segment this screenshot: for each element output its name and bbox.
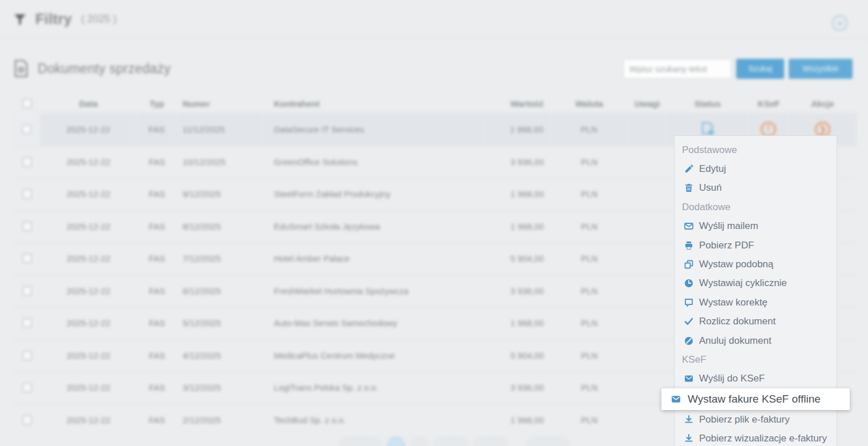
cell-waluta: PLN (551, 222, 628, 231)
col-kontrahent: Kontrahent (263, 99, 485, 109)
cell-waluta: PLN (551, 318, 628, 328)
cell-numer: 3/12/2025 (177, 383, 263, 392)
cell-numer: 8/12/2025 (177, 222, 263, 231)
cell-kontrahent: Hotel Amber Palace (263, 254, 485, 263)
cell-numer: 7/12/2025 (177, 254, 263, 263)
row-actions-context-menu: Podstawowe Edytuj Usuń Dodatkowe Wyślij … (674, 135, 837, 446)
cell-waluta: PLN (551, 157, 628, 167)
row-checkbox[interactable] (22, 383, 32, 392)
filters-title: Filtry (35, 11, 72, 27)
menu-item-label: Edytuj (699, 163, 726, 175)
download-icon (684, 434, 693, 444)
row-checkbox[interactable] (22, 254, 32, 263)
menu-item-label: Rozlicz dokument (699, 316, 776, 327)
menu-item-pobierz-plik-e-faktury[interactable]: Pobierz plik e-faktury (682, 410, 837, 429)
cell-uwagi (628, 113, 667, 146)
trash-icon (684, 183, 693, 193)
cell-wartosc: 1 968,00 (485, 113, 551, 146)
pagination-page-button[interactable] (410, 437, 427, 446)
show-all-button[interactable]: Wszystkie (789, 59, 853, 79)
menu-item-wystaw-fakture-ksef-offline[interactable]: Wystaw fakure KSeF offline (661, 388, 850, 410)
row-checkbox[interactable] (22, 222, 32, 231)
menu-item-wystaw-korekte[interactable]: Wystaw korektę (682, 293, 837, 312)
cell-data: 2025-12-22 (40, 157, 137, 167)
menu-section-header: Dodatkowe (682, 198, 837, 216)
cell-wartosc: 1 968,00 (485, 415, 551, 425)
cell-wartosc: 1 968,00 (485, 189, 551, 199)
menu-section-header: Podstawowe (682, 140, 837, 159)
col-ksef: KSeF (749, 99, 789, 109)
cell-kontrahent: GreenOffice Solutions (263, 157, 485, 167)
menu-item-wystawiaj-cyklicznie[interactable]: Wystawiaj cyklicznie (682, 274, 837, 293)
cell-data: 2025-12-22 (40, 318, 137, 328)
pagination-next-button[interactable] (527, 437, 569, 446)
cell-wartosc: 5 904,00 (485, 351, 551, 360)
cell-kontrahent: EduSmart Szkoła Językowa (263, 222, 485, 231)
document-icon (14, 60, 29, 77)
cell-data: 2025-12-22 (40, 113, 137, 146)
col-data: Data (40, 99, 137, 109)
cell-data: 2025-12-22 (40, 351, 137, 360)
row-checkbox[interactable] (22, 318, 32, 328)
menu-item-usun[interactable]: Usuń (682, 179, 837, 198)
menu-item-pobierz-pdf[interactable]: Pobierz PDF (682, 236, 837, 255)
cell-numer: 2/12/2025 (177, 415, 263, 425)
cell-data: 2025-12-22 (40, 383, 137, 392)
cell-kontrahent: Auto-Max Serwis Samochodowy (263, 318, 485, 328)
col-akcje: Akcje (789, 99, 857, 109)
cell-numer: 10/12/2025 (177, 157, 263, 167)
menu-item-anuluj-dokument[interactable]: Anuluj dokument (682, 331, 837, 350)
printer-icon (684, 240, 693, 250)
menu-item-edytuj[interactable]: Edytuj (682, 159, 837, 178)
cell-typ: FAS (137, 415, 177, 425)
ban-icon (684, 336, 693, 345)
col-status: Status (667, 99, 749, 109)
search-button[interactable]: Szukaj (736, 59, 784, 79)
cell-typ: FAS (137, 222, 177, 231)
cell-wartosc: 3 936,00 (485, 383, 551, 392)
cell-waluta: PLN (551, 189, 628, 199)
cell-typ: FAS (137, 286, 177, 296)
ksef-warning-icon[interactable]: ! (761, 122, 776, 137)
col-waluta: Waluta (551, 99, 628, 109)
check-icon (684, 317, 693, 327)
pencil-icon (684, 164, 693, 174)
collapse-filters-button[interactable] (832, 15, 847, 31)
pagination-page-button[interactable] (473, 437, 507, 446)
cell-typ: FAS (137, 113, 177, 146)
col-typ: Typ (137, 99, 177, 109)
menu-item-wyslij-mailem[interactable]: Wyślij mailem (682, 217, 837, 236)
row-checkbox[interactable] (22, 415, 32, 425)
note-icon (684, 298, 693, 307)
table-header-row: Data Typ Numer Kontrahent Wartość Waluta… (14, 94, 857, 113)
menu-item-label: Wyślij do KSeF (699, 373, 765, 384)
cell-typ: FAS (137, 157, 177, 167)
cell-typ: FAS (137, 189, 177, 199)
col-uwagi: Uwagi (628, 99, 667, 109)
row-checkbox[interactable] (22, 157, 32, 167)
row-checkbox[interactable] (22, 124, 31, 134)
envelope-filled-icon (671, 395, 681, 404)
pagination-current-page[interactable] (387, 437, 405, 446)
cell-kontrahent: FreshMarket Hurtownia Spożywcza (263, 286, 485, 296)
cell-waluta: PLN (551, 254, 628, 263)
menu-item-pobierz-wizualizacje-e-faktury[interactable]: Pobierz wizualizacje e-faktury (682, 429, 837, 446)
search-input[interactable] (623, 59, 732, 79)
pagination-prev-button[interactable] (340, 437, 382, 446)
row-checkbox[interactable] (22, 189, 32, 199)
cell-typ: FAS (137, 254, 177, 263)
pagination-page-button[interactable] (433, 437, 467, 446)
select-all-checkbox[interactable] (22, 99, 32, 109)
row-checkbox[interactable] (22, 286, 32, 296)
cell-waluta: PLN (551, 383, 628, 392)
menu-item-label: Anuluj dokument (699, 335, 772, 347)
menu-item-rozlicz-dokument[interactable]: Rozlicz dokument (682, 312, 837, 331)
row-checkbox[interactable] (22, 351, 32, 360)
menu-item-wyslij-do-ksef[interactable]: Wyślij do KSeF (682, 369, 837, 388)
actions-chevron-icon[interactable]: ❯ (815, 122, 830, 137)
download-icon (684, 415, 693, 424)
menu-item-wystaw-podobna[interactable]: Wystaw podobną (682, 255, 837, 274)
menu-item-label: Wystaw korektę (699, 297, 768, 308)
filter-funnel-icon (14, 13, 26, 26)
documents-header: Dokumenty sprzedaży Szukaj Wszystkie (14, 54, 853, 83)
